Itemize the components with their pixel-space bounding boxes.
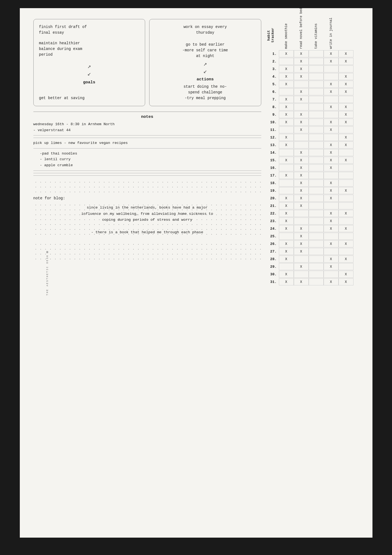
habit-cell[interactable]: X [324,187,339,194]
habit-cell[interactable]: X [339,81,353,88]
habit-cell[interactable]: X [324,210,339,217]
habit-cell[interactable]: X [279,217,294,225]
habit-cell[interactable]: X [324,149,339,156]
habit-cell[interactable]: X [294,164,309,171]
habit-cell[interactable]: X [324,103,339,111]
habit-cell[interactable]: X [294,179,309,187]
habit-cell[interactable]: X [279,50,294,57]
habit-cell[interactable] [309,119,324,126]
habit-cell[interactable]: X [279,225,294,232]
habit-cell[interactable]: X [339,119,353,126]
habit-cell[interactable]: X [324,256,339,263]
habit-cell[interactable]: X [279,96,294,103]
habit-cell[interactable] [294,134,309,141]
habit-cell[interactable] [339,233,353,240]
habit-cell[interactable] [324,202,339,209]
habit-cell[interactable]: X [339,225,353,232]
habit-cell[interactable]: X [294,96,309,103]
habit-cell[interactable]: X [339,157,353,164]
habit-cell[interactable]: X [279,81,294,88]
habit-cell[interactable]: X [339,103,353,111]
habit-cell[interactable] [309,256,324,263]
habit-cell[interactable]: X [324,195,339,202]
habit-cell[interactable]: X [279,172,294,179]
habit-cell[interactable]: X [279,195,294,202]
habit-cell[interactable]: X [279,202,294,209]
habit-cell[interactable] [339,164,353,171]
habit-cell[interactable]: X [294,58,309,65]
habit-cell[interactable]: X [339,141,353,149]
habit-cell[interactable] [324,233,339,240]
habit-cell[interactable]: X [324,50,339,57]
habit-cell[interactable]: X [279,73,294,80]
habit-cell[interactable]: X [339,187,353,194]
habit-cell[interactable] [339,65,353,72]
habit-cell[interactable] [279,187,294,194]
habit-cell[interactable]: X [279,134,294,141]
habit-cell[interactable] [339,248,353,255]
habit-cell[interactable]: X [294,225,309,232]
habit-cell[interactable] [324,96,339,103]
habit-cell[interactable] [324,111,339,118]
habit-cell[interactable]: X [339,58,353,65]
habit-cell[interactable] [279,88,294,95]
habit-cell[interactable] [309,126,324,133]
habit-cell[interactable]: X [294,149,309,156]
habit-cell[interactable] [309,233,324,240]
habit-cell[interactable] [309,81,324,88]
habit-cell[interactable]: X [294,50,309,57]
habit-cell[interactable]: X [324,119,339,126]
habit-cell[interactable] [294,81,309,88]
habit-cell[interactable] [309,134,324,141]
habit-cell[interactable]: X [324,81,339,88]
habit-cell[interactable] [309,187,324,194]
habit-cell[interactable] [339,149,353,156]
habit-cell[interactable] [309,88,324,95]
habit-cell[interactable] [324,248,339,255]
habit-cell[interactable] [339,179,353,187]
habit-cell[interactable] [279,58,294,65]
habit-cell[interactable]: X [294,195,309,202]
habit-cell[interactable] [309,149,324,156]
habit-cell[interactable]: X [294,65,309,72]
habit-cell[interactable]: X [324,126,339,133]
habit-cell[interactable] [294,210,309,217]
habit-cell[interactable]: X [324,179,339,187]
habit-cell[interactable] [294,141,309,149]
habit-cell[interactable]: X [324,263,339,270]
habit-cell[interactable] [279,126,294,133]
habit-cell[interactable] [339,217,353,225]
habit-cell[interactable]: X [339,271,353,278]
habit-cell[interactable] [309,157,324,164]
habit-cell[interactable]: X [279,278,294,285]
habit-cell[interactable] [309,65,324,72]
habit-cell[interactable] [339,172,353,179]
habit-cell[interactable] [339,263,353,270]
habit-cell[interactable] [324,134,339,141]
habit-cell[interactable]: X [324,141,339,149]
habit-cell[interactable] [309,202,324,209]
habit-cell[interactable]: X [294,119,309,126]
habit-cell[interactable] [279,263,294,270]
habit-cell[interactable] [279,233,294,240]
habit-cell[interactable]: X [294,233,309,240]
habit-cell[interactable]: X [279,210,294,217]
habit-cell[interactable]: X [294,240,309,247]
habit-cell[interactable]: X [324,157,339,164]
habit-cell[interactable] [279,179,294,187]
habit-cell[interactable]: X [294,111,309,118]
habit-cell[interactable]: X [324,225,339,232]
habit-cell[interactable] [294,103,309,111]
habit-cell[interactable] [309,58,324,65]
habit-cell[interactable] [309,225,324,232]
habit-cell[interactable] [279,149,294,156]
habit-cell[interactable]: X [339,73,353,80]
habit-cell[interactable]: X [294,248,309,255]
habit-cell[interactable]: X [279,271,294,278]
habit-cell[interactable]: X [339,240,353,247]
habit-cell[interactable] [339,202,353,209]
habit-cell[interactable] [309,271,324,278]
habit-cell[interactable]: X [294,263,309,270]
habit-cell[interactable]: X [279,141,294,149]
habit-cell[interactable] [309,172,324,179]
